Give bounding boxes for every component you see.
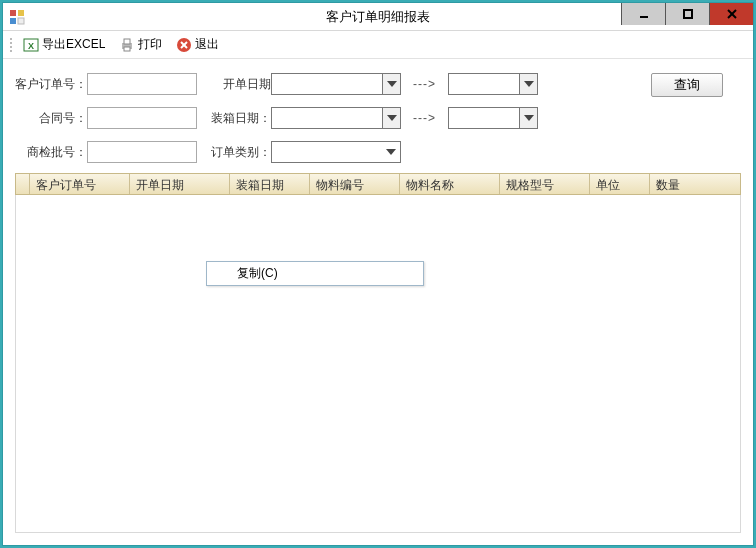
grid-col-qty[interactable]: 数量 [650, 174, 740, 194]
context-menu: 复制(C) [206, 261, 424, 286]
grid-col-order-no[interactable]: 客户订单号 [30, 174, 130, 194]
range-separator: ---> [401, 77, 448, 91]
grid-body[interactable]: 复制(C) [15, 195, 741, 533]
exit-icon [176, 37, 192, 53]
inspect-label: 商检批号： [15, 144, 87, 161]
contract-input[interactable] [87, 107, 197, 129]
open-date-label: 开单日期 [211, 76, 271, 93]
contract-label: 合同号： [15, 110, 87, 127]
grid-col-material-name[interactable]: 物料名称 [400, 174, 500, 194]
chevron-down-icon [519, 108, 537, 128]
pack-date-from[interactable] [271, 107, 401, 129]
svg-rect-11 [124, 39, 130, 44]
maximize-button[interactable] [665, 3, 709, 25]
svg-rect-2 [10, 18, 16, 24]
toolbar-grip [9, 37, 13, 53]
svg-rect-12 [124, 47, 130, 51]
title-bar: 客户订单明细报表 [3, 3, 753, 31]
svg-marker-17 [524, 81, 534, 87]
context-copy[interactable]: 复制(C) [207, 262, 423, 285]
toolbar: X 导出EXCEL 打印 退出 [3, 31, 753, 59]
filter-form: 客户订单号： 合同号： 商检批号： 开单日期 ---> [3, 59, 753, 169]
order-no-label: 客户订单号： [15, 76, 87, 93]
order-no-input[interactable] [87, 73, 197, 95]
grid-row-selector-header[interactable] [16, 174, 30, 194]
range-separator: ---> [401, 111, 448, 125]
print-label: 打印 [138, 36, 162, 53]
inspect-input[interactable] [87, 141, 197, 163]
chevron-down-icon [519, 74, 537, 94]
svg-rect-0 [10, 10, 16, 16]
grid-col-pack-date[interactable]: 装箱日期 [230, 174, 310, 194]
svg-marker-20 [386, 149, 396, 155]
minimize-button[interactable] [621, 3, 665, 25]
svg-text:X: X [28, 41, 34, 51]
open-date-from[interactable] [271, 73, 401, 95]
pack-date-label: 装箱日期： [211, 110, 271, 127]
chevron-down-icon [382, 142, 400, 162]
print-button[interactable]: 打印 [115, 34, 166, 55]
open-date-to[interactable] [448, 73, 538, 95]
grid-col-spec[interactable]: 规格型号 [500, 174, 590, 194]
exit-label: 退出 [195, 36, 219, 53]
chevron-down-icon [382, 108, 400, 128]
chevron-down-icon [382, 74, 400, 94]
grid-col-open-date[interactable]: 开单日期 [130, 174, 230, 194]
print-icon [119, 37, 135, 53]
window-controls [621, 3, 753, 25]
exit-button[interactable]: 退出 [172, 34, 223, 55]
svg-rect-5 [684, 10, 692, 18]
pack-date-to[interactable] [448, 107, 538, 129]
type-combo[interactable] [271, 141, 401, 163]
svg-marker-19 [524, 115, 534, 121]
svg-marker-18 [387, 115, 397, 121]
svg-marker-16 [387, 81, 397, 87]
app-icon [9, 9, 25, 25]
type-label: 订单类别： [211, 144, 271, 161]
close-button[interactable] [709, 3, 753, 25]
grid-col-unit[interactable]: 单位 [590, 174, 650, 194]
svg-rect-1 [18, 10, 24, 16]
export-label: 导出EXCEL [42, 36, 105, 53]
app-window: 客户订单明细报表 X 导出EXCEL 打印 [2, 2, 754, 546]
grid-header: 客户订单号 开单日期 装箱日期 物料编号 物料名称 规格型号 单位 数量 [15, 173, 741, 195]
query-button[interactable]: 查询 [651, 73, 723, 97]
svg-rect-3 [18, 18, 24, 24]
grid-col-material-no[interactable]: 物料编号 [310, 174, 400, 194]
excel-icon: X [23, 37, 39, 53]
export-excel-button[interactable]: X 导出EXCEL [19, 34, 109, 55]
